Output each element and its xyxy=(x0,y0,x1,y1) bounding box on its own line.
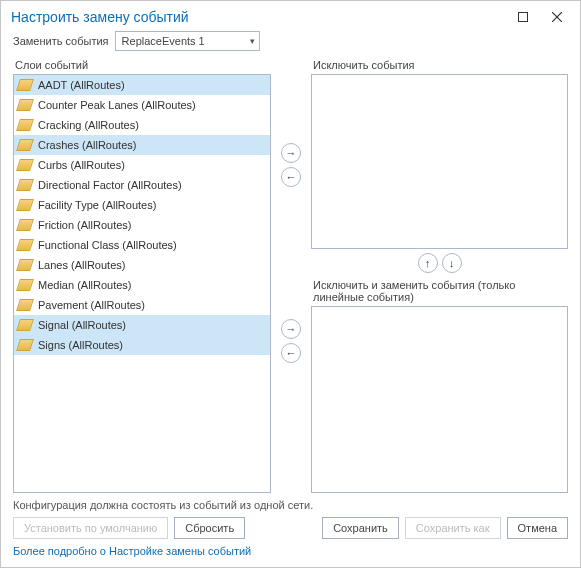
list-item-label: Directional Factor (AllRoutes) xyxy=(38,179,182,191)
list-item-label: Signs (AllRoutes) xyxy=(38,339,123,351)
dialog-body: Слои событий AADT (AllRoutes)Counter Pea… xyxy=(1,57,580,493)
list-item[interactable]: Directional Factor (AllRoutes) xyxy=(14,175,270,195)
list-item[interactable]: Friction (AllRoutes) xyxy=(14,215,270,235)
list-item[interactable]: Lanes (AllRoutes) xyxy=(14,255,270,275)
layer-icon xyxy=(18,99,32,111)
list-item-label: Counter Peak Lanes (AllRoutes) xyxy=(38,99,196,111)
move-down-button[interactable]: ↓ xyxy=(442,253,462,273)
layer-icon xyxy=(18,139,32,151)
arrow-down-icon: ↓ xyxy=(449,257,455,269)
move-right-top-button[interactable]: → xyxy=(281,143,301,163)
replace-events-row: Заменить события ReplaceEvents 1 ▾ xyxy=(1,29,580,57)
titlebar: Настроить замену событий xyxy=(1,1,580,29)
list-item-label: Median (AllRoutes) xyxy=(38,279,132,291)
layer-icon xyxy=(18,219,32,231)
close-icon xyxy=(552,12,562,22)
layer-icon xyxy=(18,239,32,251)
layer-icon xyxy=(18,159,32,171)
help-link-row: Более подробно о Настройке замены событи… xyxy=(1,545,580,567)
list-item[interactable]: Cracking (AllRoutes) xyxy=(14,115,270,135)
exclude-replace-label: Исключить и заменить события (только лин… xyxy=(313,279,568,303)
layer-icon xyxy=(18,339,32,351)
list-item-label: Signal (AllRoutes) xyxy=(38,319,126,331)
list-item[interactable]: Median (AllRoutes) xyxy=(14,275,270,295)
layer-icon xyxy=(18,179,32,191)
exclude-replace-listbox[interactable] xyxy=(311,306,568,493)
list-item-label: Crashes (AllRoutes) xyxy=(38,139,136,151)
list-item[interactable]: Counter Peak Lanes (AllRoutes) xyxy=(14,95,270,115)
list-item[interactable]: Signs (AllRoutes) xyxy=(14,335,270,355)
move-up-button[interactable]: ↑ xyxy=(418,253,438,273)
list-item[interactable]: Pavement (AllRoutes) xyxy=(14,295,270,315)
replace-events-label: Заменить события xyxy=(13,35,109,47)
config-note: Конфигурация должна состоять из событий … xyxy=(1,493,580,517)
dialog-window: Настроить замену событий Заменить событи… xyxy=(0,0,581,568)
layer-icon xyxy=(18,319,32,331)
reset-button[interactable]: Сбросить xyxy=(174,517,245,539)
button-row: Установить по умолчанию Сбросить Сохрани… xyxy=(1,517,580,545)
right-column: Исключить события ↑ ↓ Исключить и замени… xyxy=(311,57,568,493)
arrow-up-icon: ↑ xyxy=(425,257,431,269)
maximize-icon xyxy=(518,12,528,22)
arrow-right-icon: → xyxy=(286,323,297,335)
set-default-button: Установить по умолчанию xyxy=(13,517,168,539)
layer-icon xyxy=(18,119,32,131)
list-item-label: AADT (AllRoutes) xyxy=(38,79,125,91)
close-button[interactable] xyxy=(540,6,574,28)
list-item[interactable]: Facility Type (AllRoutes) xyxy=(14,195,270,215)
maximize-button[interactable] xyxy=(506,6,540,28)
list-item[interactable]: Curbs (AllRoutes) xyxy=(14,155,270,175)
arrow-left-icon: ← xyxy=(286,347,297,359)
list-item-label: Curbs (AllRoutes) xyxy=(38,159,125,171)
event-layers-column: Слои событий AADT (AllRoutes)Counter Pea… xyxy=(13,57,271,493)
dialog-title: Настроить замену событий xyxy=(11,9,506,25)
arrow-right-icon: → xyxy=(286,147,297,159)
layer-icon xyxy=(18,279,32,291)
layer-icon xyxy=(18,299,32,311)
list-item[interactable]: Functional Class (AllRoutes) xyxy=(14,235,270,255)
layer-icon xyxy=(18,259,32,271)
layer-icon xyxy=(18,79,32,91)
list-item[interactable]: Signal (AllRoutes) xyxy=(14,315,270,335)
replace-events-dropdown[interactable]: ReplaceEvents 1 ▾ xyxy=(115,31,260,51)
reorder-buttons-row: ↑ ↓ xyxy=(311,251,568,275)
list-item-label: Facility Type (AllRoutes) xyxy=(38,199,156,211)
list-item[interactable]: AADT (AllRoutes) xyxy=(14,75,270,95)
event-layers-listbox[interactable]: AADT (AllRoutes)Counter Peak Lanes (AllR… xyxy=(13,74,271,493)
list-item-label: Pavement (AllRoutes) xyxy=(38,299,145,311)
move-right-bottom-button[interactable]: → xyxy=(281,319,301,339)
list-item-label: Lanes (AllRoutes) xyxy=(38,259,125,271)
move-left-top-button[interactable]: ← xyxy=(281,167,301,187)
list-item-label: Functional Class (AllRoutes) xyxy=(38,239,177,251)
arrow-left-icon: ← xyxy=(286,171,297,183)
layer-icon xyxy=(18,199,32,211)
list-item-label: Cracking (AllRoutes) xyxy=(38,119,139,131)
chevron-down-icon: ▾ xyxy=(250,36,255,46)
list-item[interactable]: Crashes (AllRoutes) xyxy=(14,135,270,155)
svg-rect-0 xyxy=(519,13,528,22)
move-left-bottom-button[interactable]: ← xyxy=(281,343,301,363)
dropdown-value: ReplaceEvents 1 xyxy=(122,35,205,47)
exclude-events-label: Исключить события xyxy=(313,59,568,71)
transfer-buttons-column: → ← → ← xyxy=(279,57,303,493)
cancel-button[interactable]: Отмена xyxy=(507,517,568,539)
save-button[interactable]: Сохранить xyxy=(322,517,399,539)
list-item-label: Friction (AllRoutes) xyxy=(38,219,132,231)
exclude-events-listbox[interactable] xyxy=(311,74,568,249)
help-link[interactable]: Более подробно о Настройке замены событи… xyxy=(13,545,251,557)
event-layers-label: Слои событий xyxy=(15,59,271,71)
save-as-button: Сохранить как xyxy=(405,517,501,539)
